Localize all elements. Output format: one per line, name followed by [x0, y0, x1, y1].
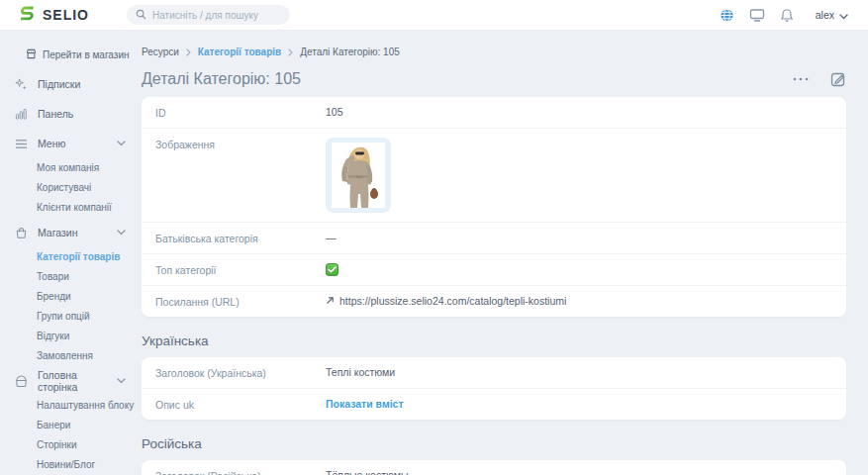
selio-logo-icon [20, 5, 37, 26]
sidebar-item-users[interactable]: Користувачі [37, 182, 142, 193]
uk-title-value: Теплі костюми [326, 366, 395, 378]
category-details-card: ID 105 Зображення [142, 97, 846, 317]
search-input[interactable] [152, 10, 281, 21]
table-row: Топ категорії [142, 254, 846, 286]
basket-icon [14, 375, 29, 388]
sidebar-item-products[interactable]: Товари [37, 271, 142, 282]
parent-category-label: Батьківська категорія [155, 232, 326, 244]
category-photo [332, 142, 385, 208]
sidebar-item-menu[interactable]: Меню [14, 134, 142, 153]
uk-show-content-link[interactable]: Показати вміст [326, 398, 404, 410]
parent-category-value: — [326, 232, 337, 243]
edit-button[interactable] [830, 71, 846, 87]
dashboard-label: Панель [38, 108, 73, 120]
go-to-store-label: Перейти в магазин [43, 49, 130, 60]
homepage-label: Головна сторінка [38, 369, 108, 393]
sidebar-item-orders[interactable]: Замовлення [37, 350, 142, 361]
table-row: Батьківська категорія — [142, 223, 846, 254]
page-title: Деталі Категорію: 105 [142, 70, 301, 88]
chevron-down-icon [117, 141, 126, 146]
shopping-bag-icon [14, 227, 29, 239]
logo-wordmark: SELIO [43, 7, 89, 23]
sidebar-item-pages[interactable]: Сторінки [37, 439, 142, 450]
ru-title-value: Тёплые костюмы [326, 469, 409, 475]
table-row: Посилання (URL) https://plussize.selio24… [142, 286, 846, 317]
user-name: alex [816, 9, 834, 21]
sidebar-item-banners[interactable]: Банери [37, 420, 142, 430]
table-row: Заголовок (Російська) Тёплые костюмы [142, 460, 846, 475]
app-logo[interactable]: SELIO [20, 5, 89, 26]
table-row: Зображення [142, 129, 846, 223]
external-link-icon [326, 295, 335, 307]
sparkles-icon [14, 78, 29, 91]
search-icon [136, 6, 146, 24]
top-category-checkbox[interactable] [326, 263, 338, 276]
menu-label: Меню [38, 138, 65, 149]
sidebar-go-to-store[interactable]: Перейти в магазин [14, 45, 142, 64]
table-row: Заголовок (Українська) Теплі костюми [142, 357, 846, 389]
category-image-thumbnail[interactable] [326, 138, 391, 213]
sidebar-item-dashboard[interactable]: Панель [14, 104, 142, 124]
more-options-button[interactable] [793, 77, 809, 81]
sidebar-item-subscriptions[interactable]: Підписки [14, 74, 142, 94]
table-row: Опис uk Показати вміст [142, 389, 846, 420]
url-label: Посилання (URL) [155, 295, 326, 308]
sidebar-item-company-clients[interactable]: Клієнти компанії [37, 202, 142, 213]
chevron-down-icon [839, 6, 848, 24]
category-url-link[interactable]: https://plussize.selio24.com/catalog/tep… [326, 295, 566, 307]
sidebar-item-reviews[interactable]: Відгуки [37, 331, 142, 341]
notifications-bell-icon[interactable] [780, 8, 794, 23]
russian-locale-card: Заголовок (Російська) Тёплые костюмы Опи… [142, 460, 846, 475]
user-menu[interactable]: alex [816, 6, 848, 24]
sidebar-item-block-settings[interactable]: Налаштування блоку [37, 400, 142, 411]
section-heading-russian: Російська [142, 436, 846, 451]
uk-description-label: Опис uk [155, 398, 326, 411]
sidebar: Перейти в магазин Підписки Панель [0, 31, 142, 475]
top-category-label: Топ категорії [155, 263, 326, 276]
storefront-icon [26, 48, 37, 61]
id-value: 105 [326, 106, 343, 118]
sidebar-item-my-company[interactable]: Моя компанія [37, 162, 142, 173]
category-url-text: https://plussize.selio24.com/catalog/tep… [339, 295, 566, 307]
ukrainian-locale-card: Заголовок (Українська) Теплі костюми Опи… [142, 357, 846, 420]
sidebar-item-option-groups[interactable]: Групи опцій [37, 311, 142, 322]
sidebar-item-brands[interactable]: Бренди [37, 291, 142, 302]
global-search[interactable] [127, 5, 290, 25]
sidebar-item-homepage[interactable]: Головна сторінка [14, 371, 142, 391]
breadcrumb-current: Деталі Категорію: 105 [300, 47, 400, 57]
breadcrumb-resources[interactable]: Ресурси [142, 47, 179, 57]
display-icon[interactable] [749, 8, 765, 23]
chevron-down-icon [117, 378, 126, 384]
ru-title-label: Заголовок (Російська) [155, 469, 326, 475]
section-heading-ukrainian: Українська [142, 333, 846, 348]
chevron-down-icon [117, 230, 126, 236]
image-label: Зображення [155, 138, 326, 150]
main-content: Ресурси Категорії товарів Деталі Категор… [142, 31, 868, 475]
breadcrumb: Ресурси Категорії товарів Деталі Категор… [142, 47, 846, 57]
table-row: ID 105 [142, 97, 846, 129]
bar-chart-icon [14, 108, 29, 121]
breadcrumb-separator-icon [186, 48, 191, 56]
subscriptions-label: Підписки [38, 78, 80, 90]
store-label: Магазин [38, 227, 78, 238]
id-label: ID [155, 106, 326, 119]
sidebar-item-news-blog[interactable]: Новини/Блог [37, 459, 142, 470]
breadcrumb-separator-icon [288, 48, 293, 56]
app-header: SELIO [0, 0, 868, 31]
language-globe-icon[interactable] [720, 8, 734, 23]
uk-title-label: Заголовок (Українська) [155, 366, 326, 379]
hamburger-menu-icon [14, 139, 29, 149]
sidebar-item-store[interactable]: Магазин [14, 223, 142, 242]
sidebar-item-product-categories[interactable]: Категорії товарів [37, 251, 142, 262]
breadcrumb-product-categories[interactable]: Категорії товарів [198, 47, 281, 57]
